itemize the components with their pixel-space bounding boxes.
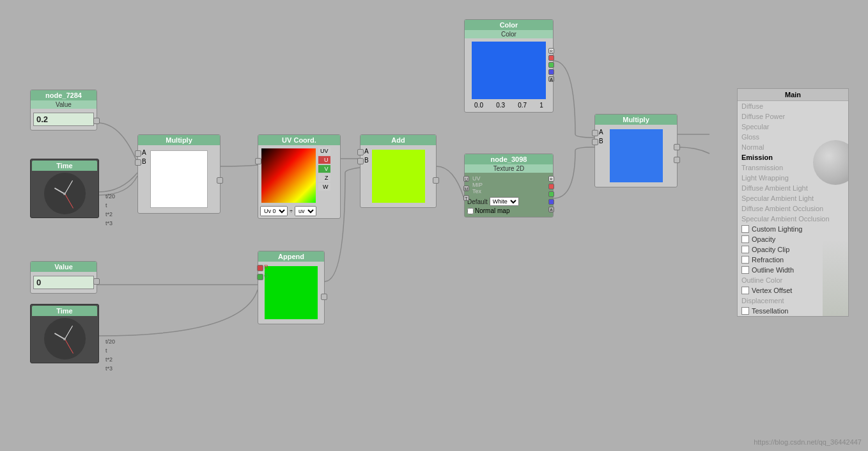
color-port-r[interactable] xyxy=(548,55,554,61)
color-port-b[interactable] xyxy=(548,69,554,75)
panel-label-light-wrapping: Light Wrapping xyxy=(741,174,789,182)
uvcoord-select2[interactable]: uv xyxy=(295,206,316,216)
multiply-port-b[interactable] xyxy=(135,159,141,166)
panel-row-vertex-offset[interactable]: Vertex Offset xyxy=(738,285,848,296)
clock1-face xyxy=(44,173,86,214)
time2-header: Time xyxy=(32,306,97,316)
panel-row-opacity-clip[interactable]: Opacity Clip xyxy=(738,244,848,255)
multiply-title: Multiply xyxy=(138,135,220,145)
multiply2-output-port-bottom[interactable] xyxy=(674,157,680,163)
panel-row-outline-width[interactable]: Outline Width xyxy=(738,265,848,275)
panel-label-outline-color: Outline Color xyxy=(741,276,782,284)
color-port-a[interactable]: A xyxy=(548,76,554,82)
panel-checkbox-tessellation[interactable] xyxy=(741,307,749,315)
panel-row-diffuse-ambient-light[interactable]: Diffuse Ambient Light xyxy=(738,183,848,193)
node-texture2d: node_3098 Texture 2D U M T UV MIP Tex R … xyxy=(464,154,554,218)
multiply-port-a[interactable] xyxy=(135,150,141,157)
panel-label-displacement: Displacement xyxy=(741,297,784,305)
uvcoord-port-z[interactable]: Z xyxy=(318,174,330,182)
node-uvcoord: UV Coord. UV U V Z W Uv 0 ÷ uv xyxy=(258,134,341,219)
tex2d-normal-map-checkbox[interactable] xyxy=(467,208,474,214)
node-add: Add A B xyxy=(360,134,437,208)
tex2d-port-uv[interactable]: U xyxy=(463,176,469,182)
tex2d-port-mip[interactable]: M xyxy=(463,186,469,191)
tex2d-port-r-out[interactable] xyxy=(548,184,554,189)
append-port-r[interactable] xyxy=(257,265,263,271)
tex2d-port-tex[interactable]: T xyxy=(463,195,469,201)
tex2d-default-select[interactable]: White xyxy=(490,197,519,206)
panel-row-diffuse-power[interactable]: Diffuse Power xyxy=(738,111,848,122)
panel-row-opacity[interactable]: Opacity xyxy=(738,234,848,244)
panel-row-gloss[interactable]: Gloss xyxy=(738,132,848,142)
color-port-g[interactable] xyxy=(548,62,554,68)
node-value2-output-port[interactable] xyxy=(93,278,100,285)
tex2d-label-mip: MIP xyxy=(472,182,550,188)
panel-label-normal: Normal xyxy=(741,143,764,151)
panel-main-header: Main xyxy=(738,89,848,101)
add-output-port[interactable] xyxy=(433,177,439,184)
time2-out3: t*2 xyxy=(105,355,115,364)
panel-row-diffuse[interactable]: Diffuse xyxy=(738,101,848,111)
texture2d-subtitle: Texture 2D xyxy=(465,164,553,173)
panel-row-normal[interactable]: Normal xyxy=(738,142,848,152)
multiply2-preview xyxy=(610,129,663,182)
panel-row-tessellation[interactable]: Tessellation xyxy=(738,306,848,316)
uvcoord-sep: ÷ xyxy=(290,208,293,214)
tex2d-port-a-out[interactable]: A xyxy=(548,207,554,212)
panel-row-specular-ambient-occlusion[interactable]: Specular Ambient Occlusion xyxy=(738,214,848,224)
panel-checkbox-refraction[interactable] xyxy=(741,256,749,264)
add-port-b[interactable] xyxy=(357,158,364,164)
panel-row-transmission[interactable]: Transmission xyxy=(738,162,848,173)
panel-label-opacity: Opacity xyxy=(752,235,775,243)
uvcoord-dropdowns[interactable]: Uv 0 ÷ uv xyxy=(260,206,338,216)
append-output-port[interactable] xyxy=(321,294,327,300)
color-port-rgb[interactable]: R xyxy=(548,48,554,54)
panel-checkbox-outline-width[interactable] xyxy=(741,266,749,274)
panel-row-outline-color[interactable]: Outline Color xyxy=(738,275,848,285)
panel-label-specular: Specular xyxy=(741,123,769,131)
tex2d-port-rgb-out[interactable]: R xyxy=(548,176,554,182)
panel-row-diffuse-ambient-occlusion[interactable]: Diffuse Ambient Occlusion xyxy=(738,203,848,214)
color-val-r: 0.0 xyxy=(474,102,483,109)
tex2d-port-b-out[interactable] xyxy=(548,199,554,205)
panel-items-list: Diffuse Diffuse Power Specular Gloss Nor… xyxy=(738,101,848,316)
panel-row-light-wrapping[interactable]: Light Wrapping xyxy=(738,173,848,183)
tex2d-label-uv: UV xyxy=(472,175,550,182)
time1-out2: t xyxy=(105,201,115,210)
tex2d-label-tex: Tex xyxy=(472,188,550,194)
add-port-a[interactable] xyxy=(357,149,364,155)
uvcoord-input-port[interactable] xyxy=(255,158,261,164)
multiply2-port-a[interactable] xyxy=(592,130,598,136)
uvcoord-title: UV Coord. xyxy=(258,135,340,145)
uvcoord-port-uv[interactable]: UV xyxy=(318,147,330,155)
panel-row-emission[interactable]: Emission xyxy=(738,152,848,162)
panel-label-diffuse-ambient-light: Diffuse Ambient Light xyxy=(741,184,808,192)
multiply2-port-b[interactable] xyxy=(592,139,598,145)
panel-row-custom-lighting[interactable]: Custom Lighting xyxy=(738,224,848,234)
panel-row-refraction[interactable]: Refraction xyxy=(738,255,848,265)
append-port-g[interactable] xyxy=(257,274,263,280)
node-7284-output-port[interactable] xyxy=(93,118,100,124)
multiply-preview xyxy=(150,150,208,208)
time2-out2: t xyxy=(105,346,115,355)
panel-label-transmission: Transmission xyxy=(741,164,783,171)
time2-out1: t/20 xyxy=(105,337,115,346)
color-title: Color xyxy=(465,20,553,30)
panel-label-opacity-clip: Opacity Clip xyxy=(752,246,789,253)
panel-row-specular-ambient-light[interactable]: Specular Ambient Light xyxy=(738,193,848,203)
panel-checkbox-opacity[interactable] xyxy=(741,235,749,243)
panel-row-displacement[interactable]: Displacement xyxy=(738,296,848,306)
multiply2-output-port-top[interactable] xyxy=(674,144,680,150)
multiply-output-port[interactable] xyxy=(217,177,223,184)
panel-label-gloss: Gloss xyxy=(741,133,759,141)
uvcoord-port-w[interactable]: W xyxy=(318,183,330,191)
tex2d-port-g-out[interactable] xyxy=(548,191,554,197)
panel-checkbox-vertex-offset[interactable] xyxy=(741,287,749,294)
uvcoord-port-u[interactable]: U xyxy=(318,156,330,164)
uvcoord-select1[interactable]: Uv 0 xyxy=(260,206,288,216)
color-preview xyxy=(472,42,546,99)
uvcoord-port-v[interactable]: V xyxy=(318,165,330,173)
panel-checkbox-custom-lighting[interactable] xyxy=(741,225,749,233)
panel-row-specular[interactable]: Specular xyxy=(738,122,848,132)
panel-checkbox-opacity-clip[interactable] xyxy=(741,246,749,253)
